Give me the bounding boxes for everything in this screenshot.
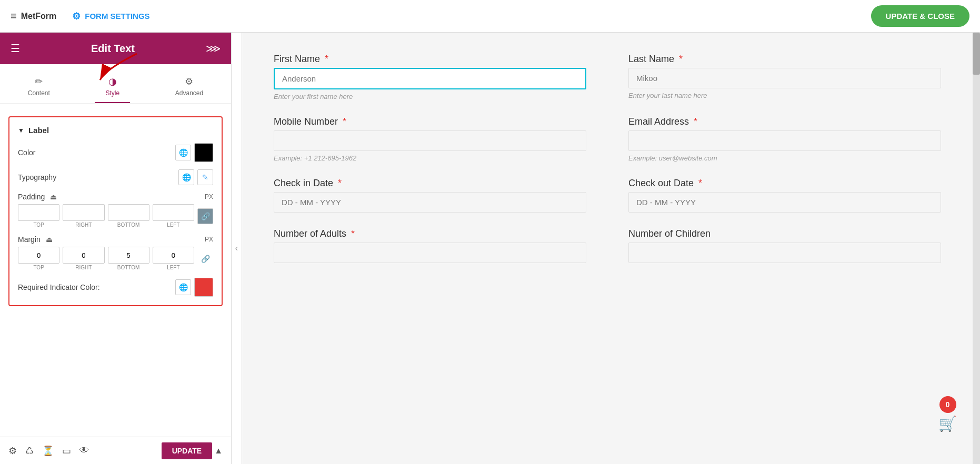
sidebar: ☰ Edit Text ⋙ ✏ Content ◑ Style ⚙ Advanc… bbox=[0, 33, 232, 464]
tab-advanced[interactable]: ⚙ Advanced bbox=[165, 72, 214, 103]
field-mobile-number: Mobile Number * Example: +1 212-695-1962 bbox=[274, 116, 586, 162]
margin-row: Margin ⏏ PX 0 TOP 0 RIGHT bbox=[18, 235, 213, 270]
typography-controls: 🌐 ✎ bbox=[178, 169, 213, 185]
padding-top-group: TOP bbox=[18, 204, 59, 228]
form-settings-link[interactable]: ⚙ FORM SETTINGS bbox=[72, 11, 149, 22]
padding-label-row: Padding ⏏ PX bbox=[18, 193, 213, 201]
margin-left-label: LEFT bbox=[167, 265, 179, 270]
update-arrow-icon[interactable]: ▲ bbox=[214, 446, 223, 456]
eye-icon[interactable]: 👁 bbox=[79, 445, 89, 456]
sidebar-collapse-handle[interactable]: ‹ bbox=[232, 33, 242, 464]
margin-link-button[interactable]: 🔗 bbox=[197, 251, 213, 267]
sidebar-content: ▼ Label Color 🌐 Typography 🌐 ✎ bbox=[0, 104, 231, 437]
margin-label-row: Margin ⏏ PX bbox=[18, 235, 213, 244]
first-name-required: * bbox=[325, 54, 328, 64]
mobile-hint: Example: +1 212-695-1962 bbox=[274, 154, 586, 162]
last-name-required: * bbox=[679, 54, 683, 64]
responsive-icon[interactable]: ▭ bbox=[62, 445, 71, 457]
margin-bottom-group: 5 BOTTOM bbox=[108, 247, 149, 270]
sidebar-header: ☰ Edit Text ⋙ bbox=[0, 33, 231, 64]
tabs-wrapper: ✏ Content ◑ Style ⚙ Advanced bbox=[0, 64, 231, 104]
first-name-input[interactable] bbox=[274, 68, 586, 89]
check-out-input[interactable] bbox=[628, 192, 941, 213]
padding-bottom-label: BOTTOM bbox=[117, 222, 140, 228]
monitor-icon: ⏏ bbox=[50, 193, 57, 201]
tab-advanced-label: Advanced bbox=[175, 89, 203, 97]
required-color-swatch[interactable] bbox=[194, 278, 213, 297]
check-in-label: Check in Date * bbox=[274, 178, 586, 189]
mobile-input[interactable] bbox=[274, 130, 586, 151]
margin-unit[interactable]: PX bbox=[205, 236, 213, 243]
style-icon: ◑ bbox=[108, 76, 117, 87]
field-first-name: First Name * Enter your first name here bbox=[274, 54, 586, 100]
color-row: Color 🌐 bbox=[18, 143, 213, 162]
required-indicator-label: Required Indicator Color: bbox=[18, 283, 100, 291]
layers-icon[interactable]: ♺ bbox=[25, 445, 34, 457]
padding-left-input[interactable] bbox=[153, 204, 194, 221]
check-in-required: * bbox=[338, 178, 342, 188]
padding-right-group: RIGHT bbox=[63, 204, 104, 228]
check-out-required: * bbox=[698, 178, 702, 188]
margin-right-input[interactable]: 0 bbox=[63, 247, 104, 264]
required-indicator-row: Required Indicator Color: 🌐 bbox=[18, 278, 213, 297]
color-swatch-black[interactable] bbox=[194, 143, 213, 162]
cart-icon[interactable]: 🛒 bbox=[938, 415, 957, 432]
padding-bottom-input[interactable] bbox=[108, 204, 149, 221]
main-layout: ☰ Edit Text ⋙ ✏ Content ◑ Style ⚙ Advanc… bbox=[0, 33, 980, 464]
grid-icon[interactable]: ⋙ bbox=[206, 42, 221, 55]
margin-top-input[interactable]: 0 bbox=[18, 247, 59, 264]
top-bar: ≡ MetForm ⚙ FORM SETTINGS UPDATE & CLOSE bbox=[0, 0, 980, 33]
typography-label: Typography bbox=[18, 173, 56, 181]
margin-left-input[interactable]: 0 bbox=[153, 247, 194, 264]
update-button[interactable]: UPDATE bbox=[162, 442, 213, 459]
required-globe-button[interactable]: 🌐 bbox=[175, 279, 191, 295]
tab-content[interactable]: ✏ Content bbox=[17, 72, 61, 103]
color-globe-button[interactable]: 🌐 bbox=[175, 145, 191, 160]
mobile-number-label: Mobile Number * bbox=[274, 116, 586, 127]
margin-right-label: RIGHT bbox=[75, 265, 92, 270]
margin-bottom-label: BOTTOM bbox=[117, 265, 140, 270]
content-icon: ✏ bbox=[35, 76, 43, 87]
adults-label: Number of Adults * bbox=[274, 228, 586, 239]
metform-logo-text: MetForm bbox=[21, 12, 57, 21]
bottom-toolbar-left: ⚙ ♺ ⏳ ▭ 👁 bbox=[8, 445, 89, 457]
email-label: Email Address * bbox=[628, 116, 941, 127]
gear-icon: ⚙ bbox=[72, 11, 81, 22]
form-settings-label: FORM SETTINGS bbox=[85, 12, 149, 21]
typography-globe-button[interactable]: 🌐 bbox=[178, 169, 194, 185]
adults-input[interactable] bbox=[274, 243, 586, 263]
bottom-toolbar: ⚙ ♺ ⏳ ▭ 👁 UPDATE ▲ bbox=[0, 437, 231, 464]
margin-bottom-input[interactable]: 5 bbox=[108, 247, 149, 264]
padding-right-input[interactable] bbox=[63, 204, 104, 221]
top-bar-left: ≡ MetForm ⚙ FORM SETTINGS bbox=[11, 10, 150, 22]
padding-unit[interactable]: PX bbox=[205, 193, 213, 200]
collapse-arrow-icon[interactable]: ▼ bbox=[18, 127, 24, 134]
padding-label: Padding bbox=[18, 193, 45, 201]
padding-row: Padding ⏏ PX TOP RIGHT bbox=[18, 193, 213, 228]
typography-pencil-button[interactable]: ✎ bbox=[197, 169, 213, 185]
metform-logo: ≡ MetForm bbox=[11, 10, 56, 22]
padding-top-label: TOP bbox=[33, 222, 44, 228]
children-input[interactable] bbox=[628, 243, 941, 263]
tab-style[interactable]: ◑ Style bbox=[95, 72, 130, 103]
scrollbar-thumb[interactable] bbox=[973, 33, 980, 75]
hamburger-icon[interactable]: ☰ bbox=[11, 42, 20, 55]
last-name-label: Last Name * bbox=[628, 54, 941, 65]
update-close-button[interactable]: UPDATE & CLOSE bbox=[871, 5, 969, 27]
form-grid: First Name * Enter your first name here … bbox=[274, 54, 941, 263]
check-in-input[interactable] bbox=[274, 192, 586, 213]
email-hint: Example: user@website.com bbox=[628, 154, 941, 162]
padding-link-button[interactable]: 🔗 bbox=[197, 208, 213, 224]
form-area: First Name * Enter your first name here … bbox=[242, 33, 973, 464]
advanced-icon: ⚙ bbox=[185, 76, 193, 87]
email-input[interactable] bbox=[628, 130, 941, 151]
last-name-hint: Enter your last name here bbox=[628, 92, 941, 99]
adults-required: * bbox=[351, 228, 355, 239]
margin-monitor-icon: ⏏ bbox=[46, 235, 53, 244]
last-name-input[interactable] bbox=[628, 68, 941, 88]
margin-top-group: 0 TOP bbox=[18, 247, 59, 270]
padding-top-input[interactable] bbox=[18, 204, 59, 221]
scrollbar-track[interactable] bbox=[973, 33, 980, 464]
history-icon[interactable]: ⏳ bbox=[42, 445, 54, 457]
settings-icon[interactable]: ⚙ bbox=[8, 445, 17, 457]
